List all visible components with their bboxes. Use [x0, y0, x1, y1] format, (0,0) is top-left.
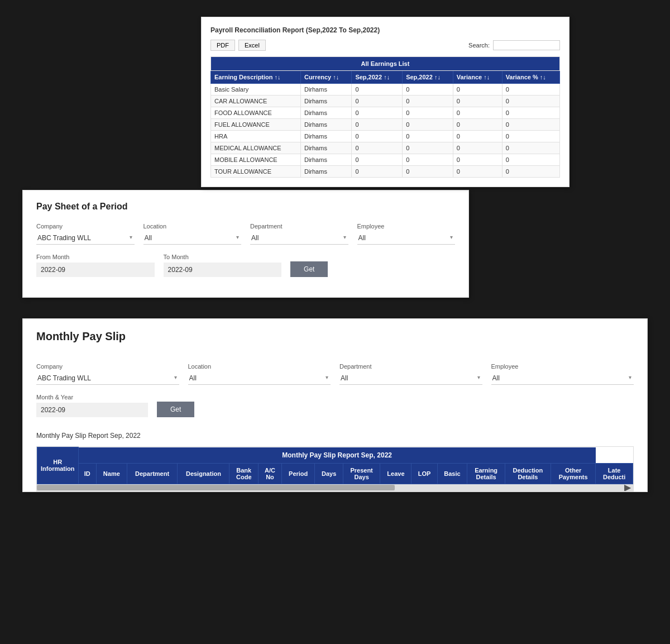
paysheet-card: Pay Sheet of a Period Company ABC Tradin…	[22, 190, 469, 298]
payslip-col-header: LOP	[411, 463, 437, 484]
payslip-card: Monthly Pay Slip Company ABC Trading WLL…	[22, 318, 648, 492]
payslip-report-label: Monthly Pay Slip Report Sep, 2022	[36, 432, 634, 440]
scrollbar-thumb[interactable]	[37, 485, 395, 490]
table-cell: 0	[403, 166, 453, 178]
table-cell: 0	[352, 142, 403, 154]
payroll-report-card: Payroll Reconciliation Report (Sep,2022 …	[201, 17, 570, 187]
paysheet-department-group: Department All	[250, 223, 348, 245]
table-cell: 0	[352, 166, 403, 178]
payslip-col-header: Name	[97, 463, 127, 484]
table-cell: Dirhams	[300, 166, 351, 178]
payslip-department-label: Department	[339, 363, 482, 370]
to-month-label: To Month	[164, 254, 282, 260]
paysheet-frommonth-group: From Month	[36, 254, 155, 277]
from-month-input[interactable]	[36, 263, 155, 277]
payslip-location-select[interactable]: All	[188, 372, 331, 385]
payslip-form-row-2: Month & Year Get	[36, 394, 634, 417]
table-cell: 0	[502, 142, 559, 154]
table-cell: FOOD ALLOWANCE	[211, 107, 301, 119]
paysheet-tomonth-group: To Month	[164, 254, 282, 277]
table-cell: 0	[453, 131, 502, 142]
table-cell: 0	[403, 119, 453, 131]
table-cell: 0	[403, 154, 453, 166]
col-sep2022-1: Sep,2022 ↑↓	[352, 71, 403, 84]
horizontal-scrollbar[interactable]: ▶	[37, 484, 633, 491]
table-cell: 0	[403, 142, 453, 154]
payslip-col-header: Department	[127, 463, 178, 484]
table-cell: 0	[403, 107, 453, 119]
table-cell: 0	[403, 131, 453, 142]
col-sep2022-2: Sep,2022 ↑↓	[403, 71, 453, 84]
location-select[interactable]: All	[143, 232, 242, 245]
table-cell: 0	[502, 154, 559, 166]
table-cell: 0	[453, 119, 502, 131]
payslip-monthyear-group: Month & Year	[36, 394, 148, 417]
paysheet-employee-group: Employee All	[357, 223, 456, 245]
company-label: Company	[36, 223, 135, 230]
payslip-get-button[interactable]: Get	[157, 402, 194, 417]
table-cell: 0	[502, 131, 559, 142]
payslip-employee-select[interactable]: All	[491, 372, 634, 385]
department-select[interactable]: All	[250, 232, 348, 245]
payslip-col-header: Basic	[437, 463, 467, 484]
table-cell: 0	[502, 107, 559, 119]
paysheet-title: Pay Sheet of a Period	[36, 202, 455, 212]
company-select[interactable]: ABC Trading WLL	[36, 232, 135, 245]
search-label: Search:	[468, 42, 490, 49]
table-cell: Dirhams	[300, 119, 351, 131]
table-cell: 0	[453, 84, 502, 96]
payslip-monthyear-label: Month & Year	[36, 394, 148, 400]
payroll-report-title: Payroll Reconciliation Report (Sep,2022 …	[210, 26, 560, 34]
payslip-location-label: Location	[188, 363, 331, 370]
payslip-table: HRInformation Monthly Pay Slip Report Se…	[37, 447, 633, 484]
table-cell: Dirhams	[300, 131, 351, 142]
table-cell: Dirhams	[300, 84, 351, 96]
table-cell: 0	[352, 107, 403, 119]
payslip-employee-group: Employee All	[491, 363, 634, 385]
payslip-monthyear-input[interactable]	[36, 403, 148, 417]
col-variance: Variance ↑↓	[453, 71, 502, 84]
paysheet-location-group: Location All	[143, 223, 242, 245]
payslip-col-header: LateDeducti	[596, 463, 633, 484]
scroll-right-arrow[interactable]: ▶	[624, 482, 633, 492]
table-cell: 0	[453, 96, 502, 107]
table-cell: 0	[453, 166, 502, 178]
payslip-company-select[interactable]: ABC Trading WLL	[36, 372, 179, 385]
payslip-col-header: Leave	[380, 463, 411, 484]
payslip-department-select[interactable]: All	[339, 372, 482, 385]
to-month-input[interactable]	[164, 263, 282, 277]
paysheet-company-group: Company ABC Trading WLL	[36, 223, 135, 245]
employee-select[interactable]: All	[357, 232, 456, 245]
table-cell: 0	[502, 84, 559, 96]
search-input[interactable]	[493, 40, 560, 50]
earnings-table-header: All Earnings List	[211, 57, 560, 71]
payslip-col-header: EarningDetails	[467, 463, 505, 484]
pdf-button[interactable]: PDF	[210, 40, 235, 51]
employee-label: Employee	[357, 223, 456, 230]
table-cell: HRA	[211, 131, 301, 142]
location-label: Location	[143, 223, 242, 230]
table-cell: Basic Salary	[211, 84, 301, 96]
table-cell: 0	[352, 96, 403, 107]
table-cell: 0	[453, 142, 502, 154]
payslip-col-header: Period	[281, 463, 315, 484]
excel-button[interactable]: Excel	[238, 40, 266, 51]
search-area: Search:	[468, 40, 560, 50]
payslip-company-label: Company	[36, 363, 179, 370]
payslip-title: Monthly Pay Slip	[36, 330, 634, 343]
table-cell: CAR ALLOWANCE	[211, 96, 301, 107]
payslip-col-header: OtherPayments	[551, 463, 596, 484]
col-currency: Currency ↑↓	[300, 71, 351, 84]
payslip-col-header: PresentDays	[343, 463, 380, 484]
paysheet-get-button[interactable]: Get	[290, 261, 328, 277]
table-cell: FUEL ALLOWANCE	[211, 119, 301, 131]
table-cell: 0	[502, 96, 559, 107]
payslip-col-header: Days	[315, 463, 343, 484]
payslip-col-header: DeductionDetails	[505, 463, 551, 484]
table-cell: MEDICAL ALLOWANCE	[211, 142, 301, 154]
table-cell: 0	[352, 84, 403, 96]
table-cell: MOBILE ALLOWANCE	[211, 154, 301, 166]
payslip-col-header: BankCode	[229, 463, 259, 484]
table-cell: Dirhams	[300, 107, 351, 119]
payslip-table-wrapper: HRInformation Monthly Pay Slip Report Se…	[36, 446, 634, 492]
